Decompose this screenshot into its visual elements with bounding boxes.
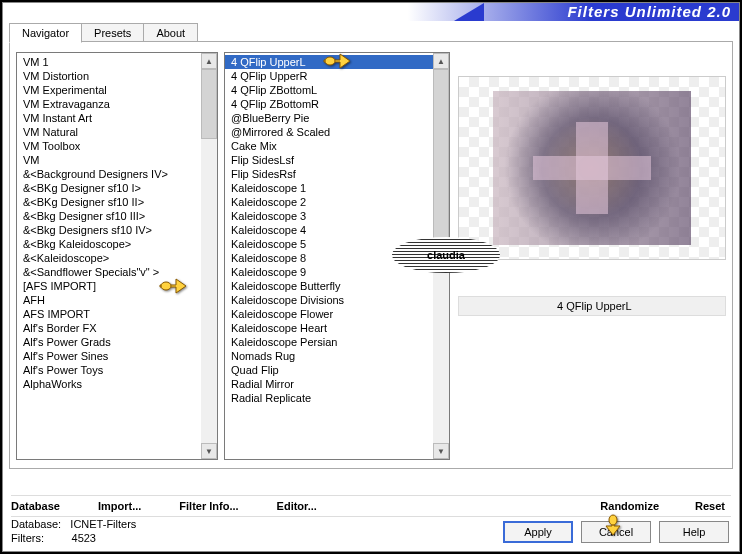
list-item[interactable]: @Mirrored & Scaled xyxy=(225,125,433,139)
selected-filter-label: 4 QFlip UpperL xyxy=(458,296,726,316)
list-item[interactable]: &<BKg Designer sf10 I> xyxy=(17,181,201,195)
status-db-value: ICNET-Filters xyxy=(70,518,136,530)
list-item[interactable]: Kaleidoscope 3 xyxy=(225,209,433,223)
category-listbox[interactable]: VM 1VM DistortionVM ExperimentalVM Extra… xyxy=(16,52,218,460)
main-window: Filters Unlimited 2.0 Navigator Presets … xyxy=(2,2,740,552)
status-filters-label: Filters: xyxy=(11,532,44,544)
list-item[interactable]: Kaleidoscope Butterfly xyxy=(225,279,433,293)
list-item[interactable]: AFH xyxy=(17,293,201,307)
list-item[interactable]: VM 1 xyxy=(17,55,201,69)
list-item[interactable]: Kaleidoscope 9 xyxy=(225,265,433,279)
list-item[interactable]: Alf's Power Grads xyxy=(17,335,201,349)
reset-link[interactable]: Reset xyxy=(695,500,725,512)
scroll-up-icon[interactable]: ▲ xyxy=(433,53,449,69)
list-item[interactable]: @BlueBerry Pie xyxy=(225,111,433,125)
list-item[interactable]: Kaleidoscope Persian xyxy=(225,335,433,349)
app-title: Filters Unlimited 2.0 xyxy=(567,3,731,21)
list-item[interactable]: [AFS IMPORT] xyxy=(17,279,201,293)
list-item[interactable]: VM xyxy=(17,153,201,167)
category-scrollbar[interactable]: ▲ ▼ xyxy=(201,53,217,459)
list-item[interactable]: &<Bkg Designer sf10 III> xyxy=(17,209,201,223)
status-filters-value: 4523 xyxy=(72,532,96,544)
list-item[interactable]: &<Sandflower Specials"v" > xyxy=(17,265,201,279)
list-item[interactable]: Kaleidoscope Divisions xyxy=(225,293,433,307)
list-item[interactable]: VM Natural xyxy=(17,125,201,139)
scroll-up-icon[interactable]: ▲ xyxy=(201,53,217,69)
category-list-inner: VM 1VM DistortionVM ExperimentalVM Extra… xyxy=(17,53,201,459)
list-item[interactable]: VM Experimental xyxy=(17,83,201,97)
list-item[interactable]: VM Toolbox xyxy=(17,139,201,153)
dialog-buttons: Apply Cancel Help xyxy=(503,521,729,543)
toolbar-links: Database Import... Filter Info... Editor… xyxy=(11,495,731,517)
list-item[interactable]: Quad Flip xyxy=(225,363,433,377)
navigator-panel: VM 1VM DistortionVM ExperimentalVM Extra… xyxy=(9,41,733,469)
editor-link[interactable]: Editor... xyxy=(277,500,317,512)
list-item[interactable]: Kaleidoscope Heart xyxy=(225,321,433,335)
apply-button[interactable]: Apply xyxy=(503,521,573,543)
list-item[interactable]: Nomads Rug xyxy=(225,349,433,363)
watermark-badge: claudia xyxy=(392,237,500,273)
list-item[interactable]: Radial Replicate xyxy=(225,391,433,405)
randomize-link[interactable]: Randomize xyxy=(600,500,659,512)
list-item[interactable]: VM Distortion xyxy=(17,69,201,83)
list-item[interactable]: Kaleidoscope Flower xyxy=(225,307,433,321)
list-item[interactable]: 4 QFlip ZBottomR xyxy=(225,97,433,111)
selected-filter-text: 4 QFlip UpperL xyxy=(557,300,632,312)
filter-info-link[interactable]: Filter Info... xyxy=(179,500,238,512)
tab-navigator[interactable]: Navigator xyxy=(9,23,82,43)
list-item[interactable]: VM Extravaganza xyxy=(17,97,201,111)
list-item[interactable]: Kaleidoscope 2 xyxy=(225,195,433,209)
import-link[interactable]: Import... xyxy=(98,500,141,512)
title-bar: Filters Unlimited 2.0 xyxy=(3,3,739,21)
tab-presets[interactable]: Presets xyxy=(81,23,144,43)
preview-render xyxy=(493,91,691,245)
list-item[interactable]: &<BKg Designer sf10 II> xyxy=(17,195,201,209)
scroll-thumb[interactable] xyxy=(433,69,449,259)
title-decoration xyxy=(454,3,484,21)
list-item[interactable]: &<Kaleidoscope> xyxy=(17,251,201,265)
list-item[interactable]: Alf's Power Toys xyxy=(17,363,201,377)
list-item[interactable]: Flip SidesRsf xyxy=(225,167,433,181)
list-item[interactable]: Kaleidoscope 1 xyxy=(225,181,433,195)
list-item[interactable]: &<Bkg Kaleidoscope> xyxy=(17,237,201,251)
tab-about[interactable]: About xyxy=(143,23,198,43)
database-link[interactable]: Database xyxy=(11,500,60,512)
help-button[interactable]: Help xyxy=(659,521,729,543)
scroll-down-icon[interactable]: ▼ xyxy=(433,443,449,459)
list-item[interactable]: 4 QFlip UpperL xyxy=(225,55,433,69)
tab-strip: Navigator Presets About xyxy=(9,23,197,43)
list-item[interactable]: &<Background Designers IV> xyxy=(17,167,201,181)
watermark-text: claudia xyxy=(427,249,465,261)
cancel-button[interactable]: Cancel xyxy=(581,521,651,543)
list-item[interactable]: Alf's Border FX xyxy=(17,321,201,335)
list-item[interactable]: Cake Mix xyxy=(225,139,433,153)
list-item[interactable]: AlphaWorks xyxy=(17,377,201,391)
scroll-down-icon[interactable]: ▼ xyxy=(201,443,217,459)
list-item[interactable]: Kaleidoscope 4 xyxy=(225,223,433,237)
list-item[interactable]: 4 QFlip ZBottomL xyxy=(225,83,433,97)
list-item[interactable]: Radial Mirror xyxy=(225,377,433,391)
scroll-thumb[interactable] xyxy=(201,69,217,139)
list-item[interactable]: VM Instant Art xyxy=(17,111,201,125)
status-db-label: Database: xyxy=(11,518,61,530)
preview-image xyxy=(458,76,726,260)
list-item[interactable]: Flip SidesLsf xyxy=(225,153,433,167)
list-item[interactable]: 4 QFlip UpperR xyxy=(225,69,433,83)
status-bar: Database: ICNET-Filters Filters: 4523 xyxy=(11,517,136,545)
list-item[interactable]: Alf's Power Sines xyxy=(17,349,201,363)
list-item[interactable]: &<Bkg Designers sf10 IV> xyxy=(17,223,201,237)
list-item[interactable]: AFS IMPORT xyxy=(17,307,201,321)
